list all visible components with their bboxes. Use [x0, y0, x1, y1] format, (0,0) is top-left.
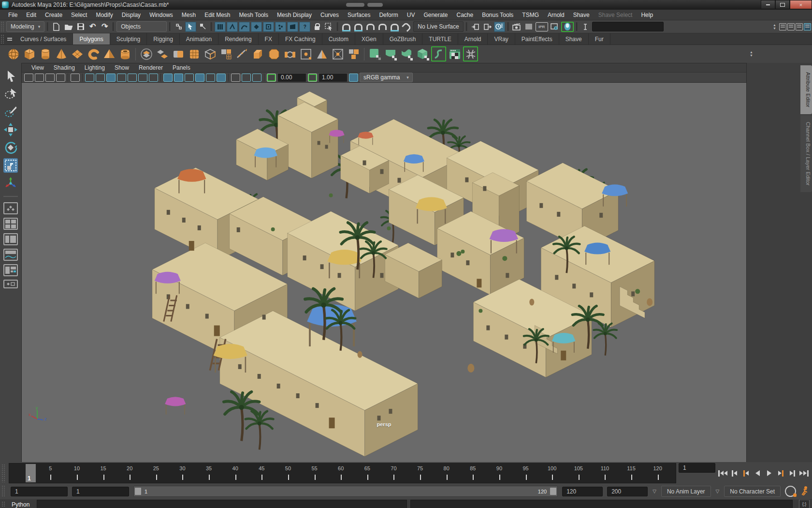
- anim-layer-selector[interactable]: No Anim Layer: [661, 486, 711, 497]
- menu-item[interactable]: Curves: [316, 10, 343, 20]
- make-live-button[interactable]: [401, 22, 412, 32]
- shelf-tab[interactable]: PaintEffects: [515, 33, 559, 45]
- relax-sculpt-icon[interactable]: [399, 46, 414, 61]
- curve-tool-icon[interactable]: [431, 46, 446, 61]
- maximize-button[interactable]: [775, 0, 790, 9]
- poly-cone-icon[interactable]: [54, 46, 69, 61]
- flip-triangle-icon[interactable]: [314, 46, 329, 61]
- shelf-tab[interactable]: Rigging: [147, 33, 180, 45]
- poly-sphere-icon[interactable]: [6, 46, 21, 61]
- step-back-key-button[interactable]: [741, 467, 751, 479]
- combine-icon[interactable]: [139, 46, 154, 61]
- mask-joints-button[interactable]: [227, 22, 238, 32]
- viewport-menu-item[interactable]: Show: [110, 63, 134, 72]
- viewport-menu-item[interactable]: View: [27, 63, 49, 72]
- statusline-overflow[interactable]: ▲ ▼: [773, 24, 776, 30]
- connect-icon[interactable]: [330, 46, 345, 61]
- layout-menu-button[interactable]: [3, 280, 18, 288]
- snap-projected-center-button[interactable]: [377, 22, 388, 32]
- boolean-icon[interactable]: [171, 46, 186, 61]
- gamma-field[interactable]: 1.00: [319, 73, 348, 82]
- lock-selection-icon[interactable]: [311, 22, 322, 32]
- isolate-select-icon[interactable]: [231, 74, 240, 82]
- poly-cylinder-icon[interactable]: [38, 46, 53, 61]
- subdiv-proxy-icon[interactable]: [203, 46, 218, 61]
- mesh-x-icon[interactable]: [463, 46, 478, 61]
- render-view-button[interactable]: [511, 22, 522, 32]
- camera-attributes-icon[interactable]: [45, 74, 55, 82]
- redo-button[interactable]: ↷: [99, 22, 110, 32]
- reduce-icon[interactable]: [218, 46, 233, 61]
- viewport-menu-item[interactable]: Shading: [49, 63, 80, 72]
- select-component-mode-button[interactable]: [197, 22, 208, 32]
- playback-range-bar[interactable]: 1 120: [133, 486, 558, 497]
- use-all-lights-icon[interactable]: [195, 74, 204, 82]
- toggle-attribute-editor-icon[interactable]: [787, 23, 795, 30]
- rangeslider-grip[interactable]: [1, 485, 6, 497]
- bridge-icon[interactable]: [282, 46, 297, 61]
- shelf-tab[interactable]: XGen: [355, 33, 383, 45]
- play-forwards-button[interactable]: [764, 467, 774, 479]
- multi-cut-icon[interactable]: [234, 46, 249, 61]
- shelf-tab[interactable]: Shave: [559, 33, 589, 45]
- menu-item[interactable]: Mesh: [177, 10, 200, 20]
- checker-window-icon[interactable]: [447, 46, 462, 61]
- mask-rendering-button[interactable]: [287, 22, 298, 32]
- shaded-mode-icon[interactable]: [174, 74, 183, 82]
- select-hierarchy-mode-button[interactable]: [173, 22, 184, 32]
- image-plane-icon[interactable]: [71, 74, 80, 82]
- playhead[interactable]: 1: [26, 464, 36, 482]
- view-transform-icon[interactable]: [349, 74, 358, 82]
- menu-item[interactable]: Shave: [569, 10, 594, 20]
- viewport-menu-item[interactable]: Panels: [168, 63, 195, 72]
- undo-button[interactable]: ↶: [87, 22, 98, 32]
- scroll-up-icon[interactable]: ▲: [773, 24, 776, 27]
- wireframe-on-shaded-icon[interactable]: [252, 74, 261, 82]
- smooth-sculpt-icon[interactable]: [383, 46, 398, 61]
- timeslider-grip[interactable]: [1, 464, 6, 482]
- select-object-mode-button[interactable]: [185, 22, 196, 32]
- shelf-tab[interactable]: Animation: [180, 33, 218, 45]
- scale-tool-button[interactable]: [3, 158, 18, 173]
- sculpt-tool-icon[interactable]: [367, 46, 382, 61]
- lock-camera-icon[interactable]: [35, 74, 44, 82]
- minimize-button[interactable]: [761, 0, 775, 9]
- construction-history-button[interactable]: [494, 22, 505, 32]
- safe-action-icon[interactable]: [138, 74, 147, 82]
- extrude-icon[interactable]: [250, 46, 265, 61]
- shelf-overflow[interactable]: ▲ ▼: [750, 51, 753, 57]
- mask-deformations-button[interactable]: [263, 22, 274, 32]
- arnold-renderview-button[interactable]: [561, 22, 574, 32]
- menu-item[interactable]: Arnold: [543, 10, 569, 20]
- command-language-label[interactable]: Python: [1, 501, 33, 508]
- menu-item[interactable]: Shave Select: [594, 10, 637, 20]
- menu-item[interactable]: Deform: [375, 10, 402, 20]
- step-forward-key-button[interactable]: [776, 467, 786, 479]
- shelf-tab[interactable]: FX Caching: [279, 33, 322, 45]
- script-editor-button[interactable]: {;}: [799, 500, 810, 508]
- target-weld-icon[interactable]: [298, 46, 313, 61]
- range-start-handle[interactable]: [135, 488, 141, 495]
- layout-hypershade-persp-button[interactable]: [3, 264, 18, 276]
- paint-select-tool-button[interactable]: [3, 105, 18, 119]
- quick-selection-input[interactable]: [592, 22, 664, 31]
- mask-handles-button[interactable]: [215, 22, 226, 32]
- mask-misc-button[interactable]: ?: [299, 22, 310, 32]
- safe-title-icon[interactable]: [149, 74, 158, 82]
- layout-four-pane-button[interactable]: [3, 218, 18, 230]
- film-gate-icon[interactable]: [96, 74, 105, 82]
- menu-item[interactable]: Display: [117, 10, 145, 20]
- grid-icon[interactable]: [85, 74, 94, 82]
- toggle-tool-settings-icon[interactable]: [796, 23, 803, 30]
- step-forward-frame-button[interactable]: [787, 467, 798, 479]
- menu-item[interactable]: Help: [637, 10, 657, 20]
- command-input[interactable]: [37, 500, 407, 508]
- mask-surfaces-button[interactable]: [251, 22, 262, 32]
- viewport-canvas[interactable]: persp y x z: [22, 83, 746, 462]
- close-button[interactable]: ×: [790, 0, 812, 9]
- menu-item[interactable]: Edit: [22, 10, 41, 20]
- menu-item[interactable]: Edit Mesh: [200, 10, 234, 20]
- render-settings-button[interactable]: [549, 22, 560, 32]
- shelf-grip[interactable]: [0, 34, 5, 44]
- play-backwards-button[interactable]: [753, 467, 763, 479]
